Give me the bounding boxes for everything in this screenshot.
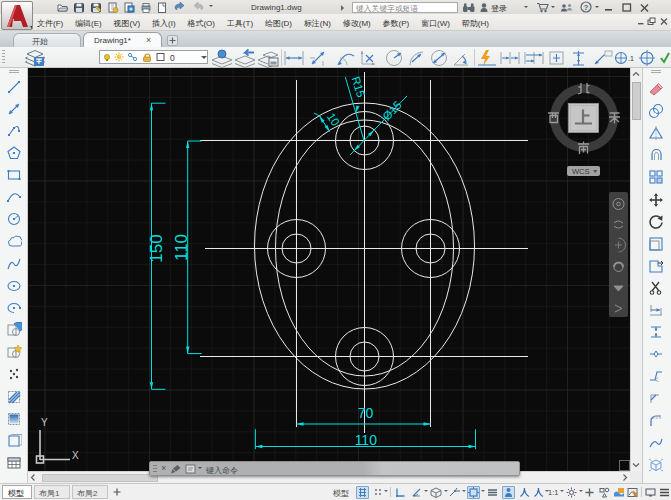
svg-text:Y: Y	[41, 417, 48, 428]
svg-text:110: 110	[355, 432, 378, 448]
svg-text:70: 70	[358, 405, 374, 421]
svg-text:?: ?	[584, 3, 589, 12]
svg-text:150: 150	[147, 234, 166, 262]
svg-text:X: X	[72, 450, 79, 461]
svg-text:WCS: WCS	[572, 167, 590, 176]
svg-text:110: 110	[172, 234, 191, 261]
svg-text:.1: .1	[628, 55, 634, 62]
svg-text:0: 0	[170, 53, 175, 63]
